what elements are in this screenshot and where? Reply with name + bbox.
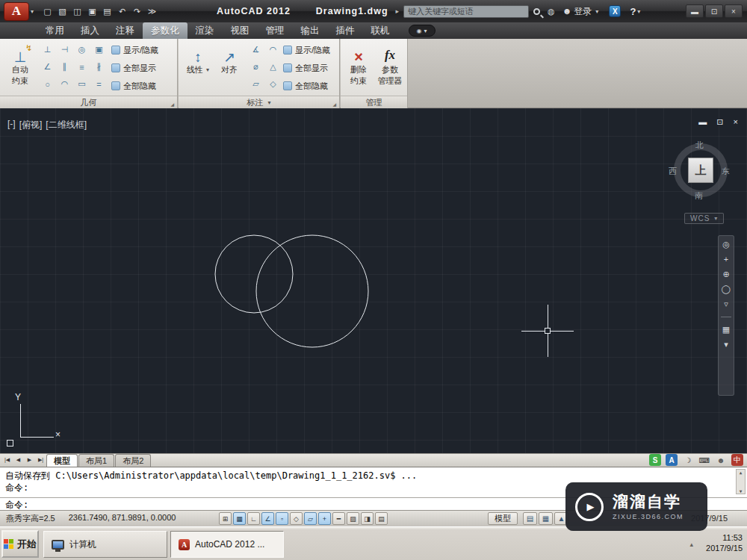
taskbar-item-computer[interactable]: 计算机 [43, 531, 167, 558]
panel-title-manage[interactable]: 管理 [341, 96, 407, 108]
transparency-toggle[interactable]: ▨ [347, 512, 359, 525]
grid-toggle[interactable]: ▦ [233, 512, 246, 525]
ducs-toggle[interactable]: ▱ [304, 512, 317, 525]
start-button[interactable]: 开始 [1, 530, 39, 558]
tangent-constraint-icon[interactable]: ○ [39, 75, 56, 93]
polar-toggle[interactable]: ∠ [261, 512, 274, 525]
hide-all-dimensions-button[interactable]: 全部隐藏 [283, 77, 338, 95]
tab-annotate[interactable]: 注释 [108, 22, 143, 39]
ortho-toggle[interactable]: ∟ [247, 512, 260, 525]
concentric-constraint-icon[interactable]: ◎ [73, 41, 90, 58]
next-layout-button[interactable]: ▶ [24, 457, 35, 463]
tab-parametric[interactable]: 参数化 [143, 22, 187, 39]
open-file-icon[interactable]: ▧ [56, 4, 69, 18]
radius-dimension-icon[interactable]: ◠ [264, 41, 282, 58]
vertical-dimension-icon[interactable]: ◇ [264, 75, 282, 93]
show-hide-dimensions-button[interactable]: 显示/隐藏 [283, 41, 338, 59]
horizontal-dimension-icon[interactable]: ▱ [247, 75, 264, 93]
model-space-button[interactable]: 模型 [488, 512, 518, 525]
first-layout-button[interactable]: |◀ [1, 457, 13, 463]
save-icon[interactable]: ◫ [71, 4, 84, 18]
prev-layout-button[interactable]: ◀ [13, 457, 24, 463]
quick-view-drawings-icon[interactable]: ▦ [539, 512, 553, 525]
show-all-constraints-button[interactable]: 全部显示 [111, 59, 176, 77]
redo-icon[interactable]: ↷ [131, 4, 143, 18]
lineweight-toggle[interactable]: ━ [332, 512, 345, 525]
minimize-button[interactable]: ▬ [686, 4, 704, 18]
circle-small[interactable] [215, 235, 293, 313]
tab-view[interactable]: 视图 [223, 22, 258, 39]
panel-expander-icon[interactable]: ◢ [332, 102, 336, 107]
tab-manage[interactable]: 管理 [258, 22, 293, 39]
tab-online[interactable]: 联机 [363, 22, 398, 39]
tab-home[interactable]: 常用 [37, 22, 72, 39]
parallel-constraint-icon[interactable]: ∥ [56, 58, 73, 75]
fix-constraint-icon[interactable]: ▣ [90, 41, 108, 58]
tab-model[interactable]: 模型 [46, 454, 78, 467]
selection-cycling-toggle[interactable]: ▤ [375, 512, 388, 525]
ime-letter-icon[interactable]: A [666, 454, 678, 466]
help-search-input[interactable] [403, 5, 529, 18]
tab-plugins[interactable]: 插件 [328, 22, 363, 39]
angular-dimension-icon[interactable]: ∡ [247, 41, 264, 58]
help-button[interactable]: ? [630, 6, 636, 17]
quick-view-layouts-icon[interactable]: ▤ [523, 512, 537, 525]
user-tray-icon[interactable]: ☻ [715, 454, 727, 466]
collinear-constraint-icon[interactable]: ≡ [73, 58, 90, 75]
new-file-icon[interactable]: ▢ [41, 4, 54, 18]
circle-large[interactable] [256, 235, 368, 347]
app-menu-button[interactable]: A ▾ [4, 2, 34, 21]
equal-constraint-icon[interactable]: = [90, 75, 108, 93]
convert-dimension-icon[interactable]: △ [264, 58, 282, 75]
show-all-dimensions-button[interactable]: 全部显示 [283, 59, 338, 77]
diameter-dimension-icon[interactable]: ⌀ [247, 58, 264, 75]
ribbon-options-button[interactable]: ◉ ▾ [409, 25, 436, 37]
delete-constraints-button[interactable]: × 删除 约束 [344, 41, 374, 94]
perpendicular-constraint-icon[interactable]: ⊣ [56, 41, 73, 58]
dyn-toggle[interactable]: + [318, 512, 331, 525]
save-as-icon[interactable]: ▣ [86, 4, 99, 18]
last-layout-button[interactable]: ▶| [35, 457, 46, 463]
osnap3d-toggle[interactable]: ◇ [290, 512, 303, 525]
scroll-up-icon[interactable]: ▲ [740, 470, 743, 475]
quickprops-toggle[interactable]: ◨ [361, 512, 374, 525]
tab-layout1[interactable]: 布局1 [78, 454, 114, 467]
horizontal-constraint-icon[interactable]: ∦ [90, 58, 108, 75]
smooth-constraint-icon[interactable]: ◠ [56, 75, 73, 93]
ime-mode-icon[interactable]: 中 [731, 454, 743, 466]
taskbar-item-autocad[interactable]: A AutoCAD 2012 ... [170, 531, 284, 558]
auto-constrain-button[interactable]: ⊥↯ 自动 约束 [4, 41, 37, 94]
restore-button[interactable]: ⊡ [705, 4, 723, 18]
command-scrollbar[interactable]: ▲ ▼ [736, 469, 746, 494]
symmetric-constraint-icon[interactable]: ▭ [73, 75, 90, 93]
moon-icon[interactable]: ☽ [682, 454, 694, 466]
hide-all-constraints-button[interactable]: 全部隐藏 [111, 77, 176, 95]
tab-layout2[interactable]: 布局2 [115, 454, 151, 467]
communication-center-icon[interactable]: ◍ [548, 7, 555, 16]
tab-insert[interactable]: 插入 [72, 22, 108, 39]
aligned-dimension-button[interactable]: ↗ 对齐 [215, 41, 244, 94]
print-icon[interactable]: ▤ [101, 4, 114, 18]
panel-title-geometric[interactable]: 几何 [0, 96, 177, 108]
linear-dimension-button[interactable]: ↕ 线性▾ [184, 41, 212, 94]
taskbar-clock[interactable]: 11:53 2017/9/15 [706, 532, 743, 553]
close-button[interactable]: × [725, 4, 743, 18]
skype-icon[interactable]: S [649, 454, 661, 466]
tab-output[interactable]: 输出 [293, 22, 328, 39]
coordinates-readout[interactable]: 2361.7490, 871.9891, 0.0000 [69, 513, 176, 524]
exchange-apps-icon[interactable]: X [609, 5, 621, 17]
scroll-down-icon[interactable]: ▼ [740, 488, 743, 494]
coincident-constraint-icon[interactable]: ⊥ [39, 41, 56, 58]
snap-toggle[interactable]: ⊞ [219, 512, 232, 525]
tray-expand-icon[interactable]: ▴ [689, 541, 693, 548]
parameters-manager-button[interactable]: fx 参数 管理器 [375, 41, 405, 94]
search-icon[interactable] [533, 8, 540, 15]
undo-icon[interactable]: ↶ [116, 4, 128, 18]
tab-render[interactable]: 渲染 [187, 22, 223, 39]
panel-title-dimensional[interactable]: 标注 ▾ [179, 96, 339, 108]
drawing-canvas[interactable]: [-] [俯视] [二维线框] ▬ ⊡ × 上 北 西 东 南 WCS ▾ ◎ … [0, 108, 747, 453]
signin-button[interactable]: ☻ 登录 ▾ [562, 5, 599, 18]
qat-more-icon[interactable]: ≫ [146, 4, 158, 18]
keyboard-icon[interactable]: ⌨ [698, 454, 710, 466]
vertical-constraint-icon[interactable]: ∠ [39, 58, 56, 75]
